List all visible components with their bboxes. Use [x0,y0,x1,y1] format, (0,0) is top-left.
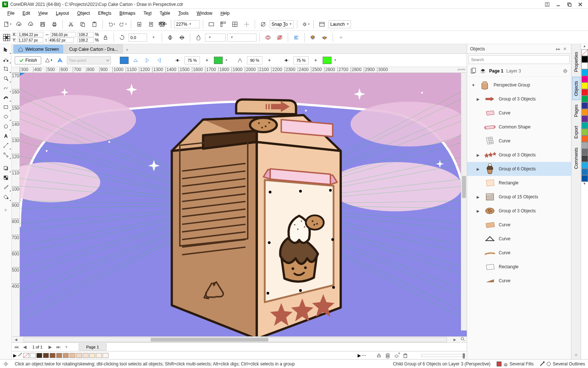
doc-swatch-10[interactable] [96,353,102,358]
status-outline[interactable]: Several Outlines [539,361,585,367]
palette-swatch-7[interactable] [581,102,588,109]
snap-off-button[interactable] [258,19,268,29]
cloud-save-button[interactable] [26,19,36,29]
opacity-stepper-1[interactable]: + [202,56,212,65]
cut-button[interactable] [66,19,76,29]
doc-swatch-0[interactable] [30,353,36,358]
print-button[interactable] [49,19,60,29]
palette-swatch-4[interactable] [581,82,588,89]
vertical-scrollbar[interactable] [461,73,467,330]
export-button[interactable] [146,19,156,29]
nav-next[interactable]: ▶ [47,344,54,350]
polygon-tool[interactable] [1,122,11,131]
palette-swatch-17[interactable] [581,169,588,175]
tab-document[interactable]: Cup Cake Carton - Dra... [64,45,123,53]
align-button[interactable] [291,32,301,43]
face-right[interactable] [154,56,164,65]
palette-swatch-12[interactable] [581,135,588,142]
doc-swatch-7[interactable] [76,353,82,358]
maximize-button[interactable] [564,1,575,8]
text-tool[interactable]: A [1,131,11,140]
obj-panel-delete-icon[interactable] [401,352,409,359]
new-tab-button[interactable]: ＋ [123,46,131,53]
doc-swatch-3[interactable] [50,353,55,358]
palette-swatch-1[interactable] [581,63,588,69]
tree-item-0[interactable]: ▼ Perspective Group [467,78,571,92]
parallel-dim-tool[interactable] [1,141,11,150]
connector-tool[interactable] [1,151,11,159]
persp-grid-btn[interactable] [55,56,65,65]
order-back-button[interactable] [319,32,330,43]
doc-swatch-5[interactable] [63,353,69,358]
objects-options-icon[interactable] [562,68,568,74]
tree-item-1[interactable]: ▶ Group of 3 Objects [467,92,571,106]
face-bottom[interactable] [120,57,129,64]
menu-file[interactable]: File [4,10,18,17]
opacity-input-2[interactable] [247,56,262,64]
obj-panel-new-layer-icon[interactable]: + [392,352,401,359]
objects-layer-name[interactable]: Layer 3 [506,68,521,74]
opacity-slider[interactable] [421,354,465,357]
status-fill[interactable]: Several Fills [496,361,534,367]
minimize-button[interactable] [553,1,564,8]
freehand-tool[interactable] [1,84,11,92]
vertical-ruler[interactable]: 1700160015001400130012001100100090080070… [12,73,20,336]
tree-expander[interactable]: ▶ [477,195,481,199]
palette-swatch-3[interactable] [581,76,588,82]
tree-item-14[interactable]: Curve [467,274,571,288]
cloud-open-button[interactable] [14,19,24,29]
show-rulers-button[interactable] [218,19,228,29]
opacity-input-3[interactable] [293,56,309,64]
layer-stack-icon[interactable] [480,68,486,74]
ellipse-tool[interactable] [1,112,11,121]
height-input[interactable] [48,38,74,43]
menu-bitmaps[interactable]: Bitmaps [116,10,139,17]
opacity-stepper-3[interactable]: + [311,56,320,65]
opacity-input-1[interactable] [184,56,200,64]
doc-palette-next[interactable]: ▶ [358,353,361,358]
add-page[interactable]: + [63,344,70,350]
paste-button[interactable] [89,19,100,29]
menu-view[interactable]: View [35,10,51,17]
mirror-h-button[interactable] [165,32,175,43]
user-icon[interactable] [542,1,553,8]
tree-item-13[interactable]: Rectangle [467,260,571,274]
tree-expander[interactable]: ▼ [472,83,476,87]
width-input[interactable] [50,32,76,37]
tree-item-12[interactable]: Curve [467,246,571,260]
doc-swatch-6[interactable] [69,353,75,358]
launch-icon[interactable] [317,19,327,29]
palette-swatch-6[interactable] [581,96,588,102]
page-tab-1[interactable]: Page 1 [79,343,107,351]
objects-search-input[interactable] [469,55,570,64]
crop-tool[interactable] [1,64,11,73]
zoom-all-icon[interactable] [459,336,467,343]
obj-panel-to-front-icon[interactable] [375,352,383,359]
obj-panel-stack-icon[interactable] [384,352,392,359]
nav-last[interactable]: ⏭ [55,344,62,350]
palette-swatch-0[interactable] [581,56,588,63]
palette-up[interactable]: ▲ [581,44,588,49]
tree-item-7[interactable]: Rectangle [467,176,571,190]
objects-page-name[interactable]: Page 1 [489,68,503,74]
drop-shadow-tool[interactable] [1,164,11,173]
tree-item-11[interactable]: Curve [467,232,571,246]
menu-layout[interactable]: Layout [52,10,73,17]
horizontal-scrollbar[interactable] [24,337,447,342]
palette-swatch-8[interactable] [581,109,588,116]
import-button[interactable] [134,19,144,29]
artistic-media-tool[interactable] [1,93,11,102]
page-stack-icon[interactable] [470,68,477,74]
options-button[interactable]: ▾ [300,19,311,29]
horizontal-ruler[interactable]: pixels3004005006007008009001000110012001… [20,67,467,73]
zoom-tool[interactable] [1,74,11,83]
tree-expander[interactable]: ▶ [477,167,481,171]
tree-item-4[interactable]: Curve [467,134,571,148]
vtab-export[interactable]: Export [572,122,580,143]
vtab-properties[interactable]: Properties [572,48,580,76]
show-grid-button[interactable] [230,19,240,29]
doc-swatch-8[interactable] [83,353,89,358]
object-origin-icon[interactable] [2,33,11,42]
scale-y-input[interactable] [78,38,94,43]
hscroll-right[interactable]: ▶ [451,338,459,342]
